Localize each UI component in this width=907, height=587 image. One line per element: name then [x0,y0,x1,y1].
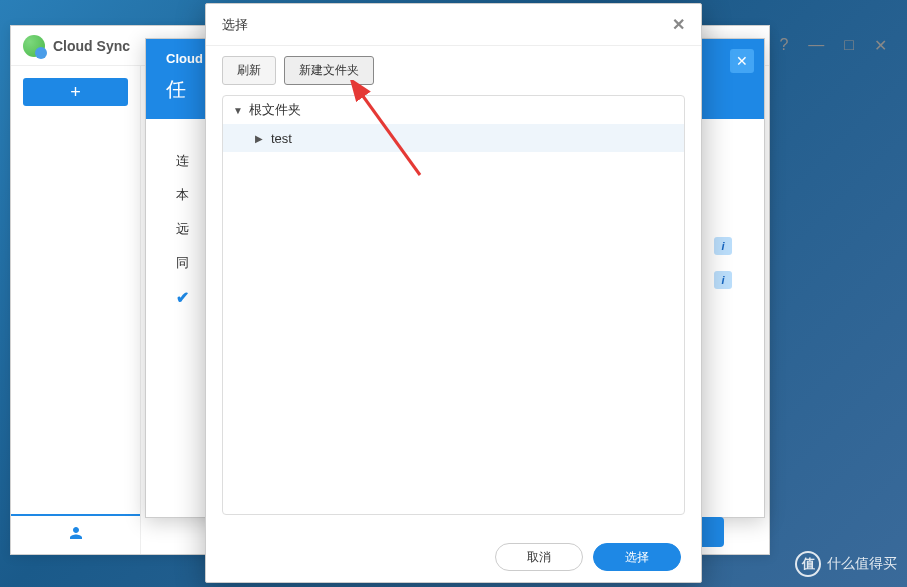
tree-root-folder[interactable]: ▼ 根文件夹 [223,96,684,124]
tree-folder-test[interactable]: ▶ test [223,124,684,152]
add-button[interactable]: + [23,78,128,106]
select-button[interactable]: 选择 [593,543,681,571]
close-icon[interactable]: ✕ [874,36,887,55]
cancel-button[interactable]: 取消 [495,543,583,571]
modal-footer: 取消 选择 [206,532,701,582]
watermark-icon: 值 [795,551,821,577]
sidebar: + [11,66,141,554]
watermark-text: 什么值得买 [827,555,897,573]
modal-title: 选择 [222,16,248,34]
person-icon[interactable] [67,524,85,547]
folder-tree: ▼ 根文件夹 ▶ test [222,95,685,515]
tree-label: test [271,131,292,146]
modal-close-button[interactable]: ✕ [672,15,685,34]
expand-arrow-icon[interactable]: ▶ [255,133,267,144]
maximize-icon[interactable]: □ [844,36,854,54]
modal-toolbar: 刷新 新建文件夹 [206,46,701,95]
cloud-sync-logo-icon [23,35,45,57]
info-badge-2[interactable]: i [714,271,732,289]
collapse-arrow-icon[interactable]: ▼ [233,105,245,116]
select-folder-modal: 选择 ✕ 刷新 新建文件夹 ▼ 根文件夹 ▶ test 取消 选择 [205,3,702,583]
help-icon[interactable]: ? [779,36,788,54]
new-folder-button[interactable]: 新建文件夹 [284,56,374,85]
wizard-close-button[interactable]: ✕ [730,49,754,73]
checkmark-icon: ✔ [176,288,189,307]
window-title: Cloud Sync [53,38,130,54]
sidebar-footer [11,514,140,554]
modal-header: 选择 ✕ [206,4,701,46]
refresh-button[interactable]: 刷新 [222,56,276,85]
watermark: 值 什么值得买 [795,551,897,577]
tree-label: 根文件夹 [249,101,301,119]
minimize-icon[interactable]: — [808,36,824,54]
info-badge-1[interactable]: i [714,237,732,255]
